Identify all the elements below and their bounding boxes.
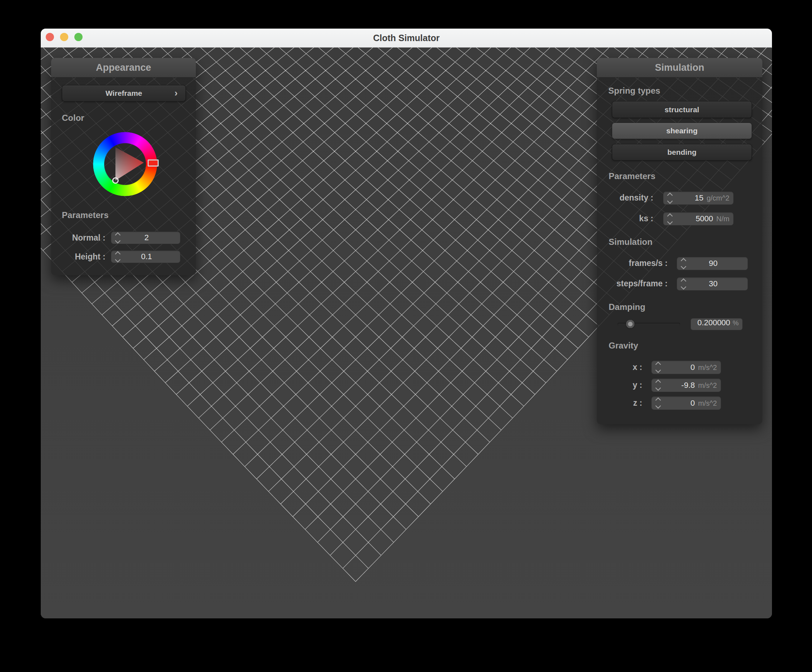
damping-value: 0.200000 bbox=[697, 318, 730, 327]
density-unit: g/cm^2 bbox=[706, 194, 729, 202]
gravity-y-value: -9.8 bbox=[681, 381, 695, 390]
steps-label: steps/frame : bbox=[597, 279, 668, 288]
frames-spinner[interactable]: 90 bbox=[677, 257, 748, 270]
color-section-label: Color bbox=[62, 113, 84, 123]
appearance-panel-title: Appearance bbox=[51, 58, 196, 78]
saturation-selector-handle[interactable] bbox=[112, 177, 119, 184]
gravity-z-label: z : bbox=[597, 398, 642, 408]
height-label: Height : bbox=[55, 252, 106, 262]
appearance-parameters-label: Parameters bbox=[62, 210, 109, 220]
shader-mode-button[interactable]: Wireframe › bbox=[62, 85, 186, 102]
density-label: density : bbox=[597, 193, 653, 203]
damping-slider[interactable] bbox=[618, 323, 680, 326]
title-bar: Cloth Simulator bbox=[41, 29, 772, 48]
gravity-y-spinner[interactable]: -9.8 m/s^2 bbox=[651, 378, 721, 392]
spring-bending-label: bending bbox=[667, 148, 696, 156]
gravity-z-value: 0 bbox=[691, 399, 695, 408]
shader-mode-label: Wireframe bbox=[106, 89, 142, 97]
steps-value: 30 bbox=[709, 279, 717, 288]
damping-slider-thumb[interactable] bbox=[626, 320, 635, 328]
frames-value: 90 bbox=[709, 259, 717, 268]
ks-value: 5000 bbox=[696, 214, 713, 223]
sim-simulation-label: Simulation bbox=[609, 237, 653, 247]
spring-shearing-label: shearing bbox=[666, 126, 698, 135]
appearance-panel: Appearance Wireframe › Color Parameters … bbox=[51, 58, 196, 275]
damping-label: Damping bbox=[609, 302, 645, 312]
damping-value-box[interactable]: 0.200000 % bbox=[691, 318, 743, 330]
gravity-label: Gravity bbox=[609, 341, 638, 351]
ks-unit: N/m bbox=[716, 215, 729, 223]
app-window: Cloth Simulator Appearance Wireframe › C… bbox=[41, 29, 772, 618]
window-title: Cloth Simulator bbox=[41, 29, 772, 47]
spring-types-label: Spring types bbox=[608, 86, 660, 96]
normal-label: Normal : bbox=[55, 233, 106, 243]
steps-spinner[interactable]: 30 bbox=[677, 277, 748, 291]
simulation-panel-title: Simulation bbox=[597, 58, 763, 78]
hue-selector-handle[interactable] bbox=[148, 159, 159, 167]
height-spinner[interactable]: 0.1 bbox=[111, 250, 181, 263]
damping-unit: % bbox=[733, 319, 739, 327]
frames-label: frames/s : bbox=[597, 258, 668, 268]
spring-structural-button[interactable]: structural bbox=[612, 101, 752, 118]
gravity-x-label: x : bbox=[597, 362, 642, 372]
gravity-y-unit: m/s^2 bbox=[698, 381, 717, 390]
sim-parameters-label: Parameters bbox=[609, 171, 655, 181]
spring-bending-button[interactable]: bending bbox=[612, 144, 752, 160]
gravity-z-spinner[interactable]: 0 m/s^2 bbox=[651, 396, 721, 410]
chevron-right-icon: › bbox=[174, 85, 177, 101]
ks-label: ks : bbox=[597, 214, 653, 223]
gravity-y-label: y : bbox=[597, 380, 642, 390]
density-value: 15 bbox=[695, 193, 703, 203]
normal-spinner[interactable]: 2 bbox=[111, 231, 181, 244]
density-spinner[interactable]: 15 g/cm^2 bbox=[663, 191, 734, 205]
gravity-x-unit: m/s^2 bbox=[698, 363, 717, 372]
gravity-x-spinner[interactable]: 0 m/s^2 bbox=[651, 360, 721, 374]
gravity-z-unit: m/s^2 bbox=[698, 399, 717, 408]
simulation-panel: Simulation Spring types structural shear… bbox=[597, 58, 763, 424]
spring-structural-label: structural bbox=[665, 106, 699, 114]
color-wheel-picker[interactable] bbox=[93, 132, 157, 196]
normal-value: 2 bbox=[144, 233, 149, 242]
gravity-x-value: 0 bbox=[691, 363, 695, 372]
ks-spinner[interactable]: 5000 N/m bbox=[663, 212, 734, 225]
spring-shearing-button[interactable]: shearing bbox=[612, 123, 752, 139]
height-value: 0.1 bbox=[141, 252, 152, 261]
